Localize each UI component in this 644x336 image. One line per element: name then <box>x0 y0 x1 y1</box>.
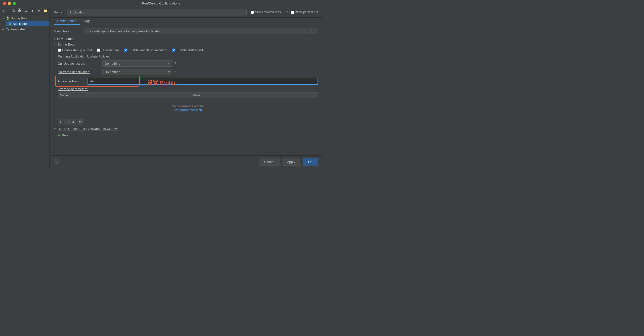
templates-icon: 🔧 <box>6 27 10 31</box>
tabs: Configuration Logs <box>50 18 322 25</box>
application-icon: 🍃 <box>8 22 12 25</box>
share-vcs-checkbox[interactable] <box>251 11 254 14</box>
on-update-select[interactable]: Do nothing Update resources Update class… <box>102 60 172 67</box>
spring-boot-section-header[interactable]: ▼ Spring Boot <box>54 43 318 46</box>
save-config-button[interactable] <box>17 8 22 13</box>
title-bar: Run/Debug Configurations <box>0 0 322 7</box>
minimize-button[interactable] <box>8 2 11 5</box>
main-class-label: Main class: <box>54 29 84 33</box>
before-launch-header[interactable]: ▼ Before launch: Build, Activate tool wi… <box>54 127 318 131</box>
config-area: Main class: … ▶ Environment ▼ Spring Boo… <box>50 25 322 155</box>
add-parameter-link[interactable]: Add parameter (^N) <box>174 108 202 112</box>
spring-boot-group-header[interactable]: ▼ 🍃 Spring Boot <box>0 16 50 21</box>
move-up-button[interactable]: ▲ <box>30 8 35 13</box>
window-title: Run/Debug Configurations <box>142 2 180 5</box>
ok-button[interactable]: OK <box>303 158 318 166</box>
tab-configuration[interactable]: Configuration <box>54 18 80 25</box>
main-class-browse-button[interactable]: … <box>310 28 318 34</box>
group-label: Spring Boot <box>11 17 28 20</box>
build-label: Build <box>62 133 69 137</box>
params-remove-button[interactable]: − <box>64 119 70 124</box>
run-debug-configurations-window: Run/Debug Configurations + − ⧉ ⚙ ▲ ▼ 📁 <box>0 0 322 168</box>
params-add-button[interactable]: + <box>58 119 63 124</box>
apply-button[interactable]: Apply <box>282 158 300 166</box>
spring-boot-checkboxes: Enable debug output Hide banner Enable l… <box>58 48 318 52</box>
on-update-help-icon[interactable]: ? <box>174 62 176 66</box>
main-panel: Name: Share through VCS ? Allow parallel… <box>50 7 322 168</box>
main-class-input[interactable] <box>84 28 309 34</box>
copy-config-button[interactable]: ⧉ <box>12 8 16 13</box>
params-table: Name Value No parameters added. Ad <box>58 92 318 118</box>
bottom-left: ? <box>54 159 256 165</box>
spring-boot-section-arrow-icon: ▼ <box>54 43 56 46</box>
close-button[interactable] <box>3 2 6 5</box>
build-item: ▶ Build <box>54 133 318 138</box>
application-item-container: 🍃 Application <box>0 21 50 26</box>
name-input[interactable] <box>67 9 246 16</box>
cancel-button[interactable]: Cancel <box>259 158 279 166</box>
enable-debug-checkbox[interactable] <box>58 49 61 52</box>
hide-banner-checkbox[interactable] <box>97 49 100 52</box>
maximize-button[interactable] <box>13 2 16 5</box>
enable-launch-text: Enable launch optimization <box>128 48 167 52</box>
spring-boot-section-title: Spring Boot <box>58 43 74 46</box>
spring-boot-group: ▼ 🍃 Spring Boot 🍃 Application <box>0 16 50 26</box>
params-move-up-button[interactable]: ▲ <box>70 119 76 124</box>
enable-launch-label[interactable]: Enable launch optimization <box>124 48 167 52</box>
on-frame-row: On frame deactivation: Do nothing Update… <box>58 69 318 75</box>
running-policies-section: Running Application Update Policies On '… <box>58 55 318 75</box>
on-frame-label: On frame deactivation: <box>58 70 102 74</box>
sidebar-item-application[interactable]: 🍃 Application <box>6 21 50 26</box>
params-toolbar: + − ▲ ▼ <box>58 119 318 124</box>
tab-logs[interactable]: Logs <box>80 18 94 25</box>
share-vcs-label[interactable]: Share through VCS <box>251 11 281 14</box>
enable-jmx-checkbox[interactable] <box>172 49 175 52</box>
sidebar: + − ⧉ ⚙ ▲ ▼ 📁 ⇅ ▼ <box>0 7 50 168</box>
main-class-row: Main class: … <box>54 28 318 34</box>
top-bar: Name: Share through VCS ? Allow parallel… <box>50 7 322 18</box>
spring-boot-section-content: Enable debug output Hide banner Enable l… <box>54 48 318 124</box>
params-move-down-button[interactable]: ▼ <box>77 119 82 124</box>
active-profiles-section: Active profiles: 设置 Profile <box>58 78 318 85</box>
build-icon: ▶ <box>58 133 60 137</box>
params-value-header: Value <box>191 93 318 98</box>
svg-rect-1 <box>19 9 20 10</box>
name-field-label: Name: <box>54 11 63 14</box>
enable-jmx-label[interactable]: Enable JMX agent <box>172 48 203 52</box>
allow-parallel-label[interactable]: Allow parallel run <box>291 11 318 14</box>
svg-rect-2 <box>18 10 21 12</box>
window-controls <box>3 2 16 5</box>
add-config-button[interactable]: + <box>2 8 6 13</box>
folder-button[interactable]: 📁 <box>42 8 49 13</box>
on-update-label: On 'Update' action: <box>58 62 102 66</box>
enable-launch-checkbox[interactable] <box>124 49 127 52</box>
remove-config-button[interactable]: − <box>6 8 10 13</box>
environment-arrow-icon: ▶ <box>54 37 56 40</box>
sidebar-item-templates[interactable]: ▶ 🔧 Templates <box>0 26 50 32</box>
share-vcs-text: Share through VCS <box>255 11 281 14</box>
before-launch-section: ▼ Before launch: Build, Activate tool wi… <box>54 127 318 138</box>
allow-parallel-checkbox[interactable] <box>291 11 294 14</box>
params-name-header: Name <box>58 93 191 98</box>
main-content: + − ⧉ ⚙ ▲ ▼ 📁 ⇅ ▼ <box>0 7 322 168</box>
active-profiles-input[interactable] <box>88 78 318 85</box>
enable-debug-label[interactable]: Enable debug output <box>58 48 92 52</box>
move-down-button[interactable]: ▼ <box>36 8 42 13</box>
no-params-text: No parameters added. <box>65 104 311 108</box>
running-policies-title: Running Application Update Policies <box>58 55 318 58</box>
environment-section-header[interactable]: ▶ Environment <box>54 37 318 41</box>
sidebar-tree: ▼ 🍃 Spring Boot 🍃 Application ▶ 🔧 Temp <box>0 15 50 168</box>
on-frame-select[interactable]: Do nothing Update resources Update class… <box>102 69 172 75</box>
on-update-row: On 'Update' action: Do nothing Update re… <box>58 60 318 67</box>
environment-label: Environment <box>57 37 75 41</box>
help-button[interactable]: ? <box>54 159 59 165</box>
params-empty-area: No parameters added. Add parameter (^N) <box>60 99 316 117</box>
enable-debug-text: Enable debug output <box>62 48 92 52</box>
override-parameters-label: Override parameters: <box>58 87 318 91</box>
wrench-button[interactable]: ⚙ <box>23 8 28 13</box>
templates-arrow-icon: ▶ <box>2 28 5 31</box>
share-vcs-help-icon[interactable]: ? <box>286 10 288 14</box>
on-frame-help-icon[interactable]: ? <box>174 70 176 74</box>
hide-banner-label[interactable]: Hide banner <box>97 48 119 52</box>
active-profiles-row: Active profiles: <box>58 78 318 85</box>
